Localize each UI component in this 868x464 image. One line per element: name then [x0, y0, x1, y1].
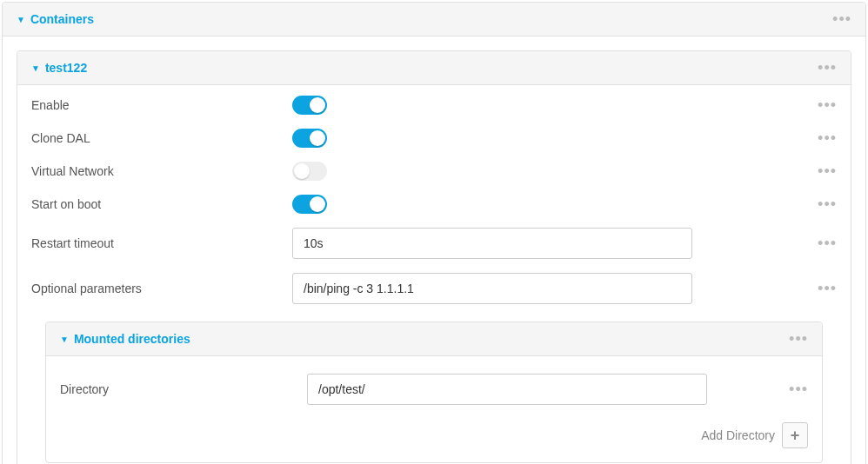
restart-timeout-row: Restart timeout ••• [31, 221, 837, 266]
mounted-directories-panel: ▼ Mounted directories ••• Directory ••• [45, 321, 823, 463]
chevron-down-icon: ▼ [31, 63, 40, 73]
container-item-header: ▼ test122 ••• [17, 51, 851, 85]
optional-params-input[interactable] [292, 273, 692, 304]
containers-header: ▼ Containers ••• [3, 3, 865, 36]
restart-timeout-input[interactable] [292, 228, 692, 259]
containers-panel: ▼ Containers ••• ▼ test122 ••• Enable ••… [2, 2, 866, 464]
enable-label: Enable [31, 98, 292, 112]
mounted-directories-body: Directory ••• Add Directory + [46, 356, 822, 462]
container-item-menu-icon[interactable]: ••• [818, 60, 837, 76]
add-directory-button[interactable]: + [782, 422, 808, 448]
start-on-boot-toggle[interactable] [292, 195, 327, 214]
optional-params-row: Optional parameters ••• [31, 266, 837, 311]
container-item-panel: ▼ test122 ••• Enable ••• Clone DAL ••• [17, 50, 851, 464]
directory-label: Directory [60, 382, 307, 396]
start-on-boot-menu-icon[interactable]: ••• [802, 196, 837, 212]
enable-menu-icon[interactable]: ••• [802, 97, 837, 113]
containers-menu-icon[interactable]: ••• [832, 11, 851, 27]
clone-dal-menu-icon[interactable]: ••• [802, 130, 837, 146]
mounted-directories-header: ▼ Mounted directories ••• [46, 322, 822, 356]
mounted-directories-toggle[interactable]: ▼ Mounted directories [60, 332, 190, 346]
restart-timeout-label: Restart timeout [31, 236, 292, 250]
mounted-directories-title: Mounted directories [74, 332, 190, 346]
clone-dal-row: Clone DAL ••• [31, 122, 837, 155]
virtual-network-label: Virtual Network [31, 164, 292, 178]
optional-params-label: Optional parameters [31, 282, 292, 295]
chevron-down-icon: ▼ [60, 335, 69, 344]
add-directory-row: Add Directory + [60, 412, 808, 448]
containers-title: Containers [30, 12, 94, 26]
virtual-network-row: Virtual Network ••• [31, 155, 837, 188]
plus-icon: + [791, 427, 800, 445]
restart-timeout-menu-icon[interactable]: ••• [802, 235, 837, 251]
optional-params-menu-icon[interactable]: ••• [802, 281, 837, 296]
directory-row: Directory ••• [60, 367, 808, 412]
container-item-name: test122 [45, 61, 87, 75]
directory-menu-icon[interactable]: ••• [773, 381, 808, 397]
directory-input[interactable] [307, 374, 707, 405]
enable-row: Enable ••• [31, 89, 837, 122]
enable-toggle[interactable] [292, 96, 327, 115]
clone-dal-label: Clone DAL [31, 131, 292, 145]
mounted-directories-menu-icon[interactable]: ••• [789, 331, 808, 347]
start-on-boot-row: Start on boot ••• [31, 188, 837, 221]
start-on-boot-label: Start on boot [31, 197, 292, 211]
virtual-network-menu-icon[interactable]: ••• [802, 163, 837, 179]
clone-dal-toggle[interactable] [292, 129, 327, 148]
container-item-toggle[interactable]: ▼ test122 [31, 61, 87, 75]
containers-toggle[interactable]: ▼ Containers [17, 12, 94, 26]
add-directory-label: Add Directory [701, 428, 775, 442]
container-item-body: Enable ••• Clone DAL ••• Virtual Network… [17, 85, 851, 464]
chevron-down-icon: ▼ [17, 15, 25, 24]
virtual-network-toggle[interactable] [292, 162, 327, 181]
